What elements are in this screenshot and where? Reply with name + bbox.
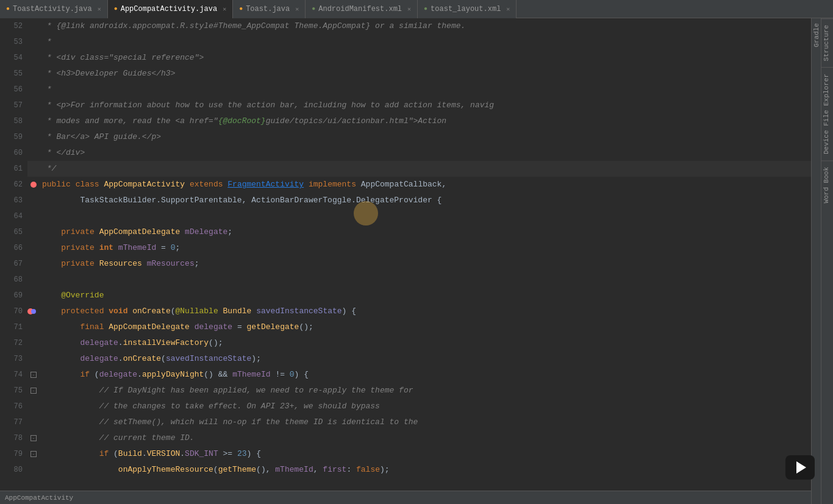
line-number-78: 78	[0, 430, 27, 446]
fold-icon-79[interactable]: -	[30, 451, 37, 457]
device-file-explorer-label[interactable]: Device File Explorer	[821, 67, 833, 160]
breakpoint-62[interactable]	[30, 182, 37, 188]
line-content-77: // setTheme(), which will no-op if the t…	[40, 414, 821, 430]
line-number-75: 75	[0, 383, 27, 399]
line-number-69: 69	[0, 288, 27, 303]
gradle-panel: Gradle	[811, 18, 821, 504]
editor-container: 52 * {@link androidx.appcompat.R.style#T…	[0, 18, 833, 504]
structure-panel-label[interactable]: Structure	[821, 18, 833, 67]
line-73: 73 delegate.onCreate(savedInstanceState)…	[0, 351, 821, 367]
line-number-59: 59	[0, 129, 27, 145]
line-number-65: 65	[0, 224, 27, 240]
fold-icon-78[interactable]: -	[30, 435, 37, 441]
tab-toast-layout-label: toast_layout.xml	[431, 5, 501, 13]
line-content-74: if (delegate.applyDayNight() && mThemeId…	[40, 367, 821, 383]
tab-close-icon-5[interactable]: ✕	[506, 5, 510, 13]
line-77: 77 // setTheme(), which will no-op if th…	[0, 414, 821, 430]
line-71: 71 final AppCompatDelegate delegate = ge…	[0, 319, 821, 335]
line-63: 63 TaskStackBuilder.SupportParentable, A…	[0, 193, 821, 208]
line-68: 68	[0, 272, 821, 288]
gradle-label[interactable]: Gradle	[812, 18, 821, 52]
tab-xml-icon-2: ●	[424, 5, 427, 12]
line-content-59: * Bar</a> API guide.</p>	[40, 129, 821, 145]
tab-toast-activity-label: ToastActivity.java	[13, 5, 92, 13]
code-area[interactable]: 52 * {@link androidx.appcompat.R.style#T…	[0, 18, 821, 504]
yt-play-icon	[796, 461, 806, 474]
line-number-71: 71	[0, 319, 27, 335]
tab-toast-activity[interactable]: ● ToastActivity.java ✕	[0, 0, 108, 18]
tab-close-icon-4[interactable]: ✕	[407, 5, 411, 13]
line-number-63: 63	[0, 193, 27, 208]
yt-icon-button[interactable]	[785, 455, 815, 480]
gutter-79: -	[27, 451, 40, 457]
tab-close-icon[interactable]: ✕	[98, 5, 101, 13]
tab-java-icon: ●	[6, 5, 10, 12]
line-76: 76 // the changes to take effect. On API…	[0, 399, 821, 414]
line-59: 59 * Bar</a> API guide.</p>	[0, 129, 821, 145]
line-content-71: final AppCompatDelegate delegate = getDe…	[40, 319, 821, 335]
line-content-53: *	[40, 34, 821, 50]
line-number-76: 76	[0, 399, 27, 414]
line-content-58: * modes and more, read the <a href="{@do…	[40, 113, 821, 129]
line-content-67: private Resources mResources;	[40, 256, 821, 272]
line-number-72: 72	[0, 335, 27, 351]
line-number-62: 62	[0, 177, 27, 193]
line-72: 72 delegate.installViewFactory();	[0, 335, 821, 351]
tab-android-manifest[interactable]: ● AndroidManifest.xml ✕	[306, 0, 418, 18]
tab-java-icon-3: ●	[239, 5, 243, 12]
fold-icon-74[interactable]: -	[30, 372, 37, 378]
tab-appcompat-activity-label: AppCompatActivity.java	[121, 5, 217, 13]
tab-close-icon-2[interactable]: ✕	[223, 5, 226, 13]
gutter-75: -	[27, 388, 40, 394]
line-content-70: protected void onCreate(@Nullable Bundle…	[40, 303, 821, 319]
line-number-61: 61	[0, 161, 27, 177]
line-53: 53 *	[0, 34, 821, 50]
line-content-63: TaskStackBuilder.SupportParentable, Acti…	[40, 193, 821, 208]
line-content-76: // the changes to take effect. On API 23…	[40, 399, 821, 414]
tab-bar: ● ToastActivity.java ✕ ● AppCompatActivi…	[0, 0, 833, 18]
line-66: 66 private int mThemeId = 0;	[0, 240, 821, 256]
line-number-55: 55	[0, 66, 27, 82]
line-content-80: onApplyThemeResource(getTheme(), mThemeI…	[40, 462, 821, 478]
line-content-65: private AppCompatDelegate mDelegate;	[40, 224, 821, 240]
line-number-58: 58	[0, 113, 27, 129]
line-69: 69 @Override	[0, 288, 821, 303]
line-75: 75 - // If DayNight has been applied, we…	[0, 383, 821, 399]
tab-close-icon-3[interactable]: ✕	[295, 5, 299, 13]
line-number-77: 77	[0, 414, 27, 430]
line-content-66: private int mThemeId = 0;	[40, 240, 821, 256]
line-content-64	[40, 208, 821, 224]
tab-java-icon-2: ●	[114, 5, 118, 12]
line-number-52: 52	[0, 18, 27, 34]
word-book-label[interactable]: Word Book	[821, 160, 833, 209]
status-class-name: AppCompatActivity	[5, 494, 73, 502]
line-content-52: * {@link androidx.appcompat.R.style#Them…	[40, 18, 821, 34]
line-74: 74 - if (delegate.applyDayNight() && mTh…	[0, 367, 821, 383]
line-67: 67 private Resources mResources;	[0, 256, 821, 272]
line-58: 58 * modes and more, read the <a href="{…	[0, 113, 821, 129]
line-number-74: 74	[0, 367, 27, 383]
line-content-69: @Override	[40, 288, 821, 303]
fold-icon-75[interactable]: -	[30, 388, 37, 394]
right-side-panels: Structure Device File Explorer Word Book	[821, 18, 833, 504]
tab-appcompat-activity[interactable]: ● AppCompatActivity.java ✕	[108, 0, 233, 18]
line-content-54: * <div class="special reference">	[40, 50, 821, 66]
line-70: 70 protected void onCreate(@Nullable Bun…	[0, 303, 821, 319]
line-content-68	[40, 272, 821, 288]
line-78: 78 - // current theme ID.	[0, 430, 821, 446]
code-lines: 52 * {@link androidx.appcompat.R.style#T…	[0, 18, 821, 478]
tab-toast-layout[interactable]: ● toast_layout.xml ✕	[418, 0, 517, 18]
line-number-64: 64	[0, 208, 27, 224]
line-56: 56 *	[0, 82, 821, 98]
line-content-60: * </div>	[40, 145, 821, 161]
line-60: 60 * </div>	[0, 145, 821, 161]
line-number-54: 54	[0, 50, 27, 66]
line-79: 79 - if (Build.VERSION.SDK_INT >= 23) {	[0, 446, 821, 462]
breakpoint-70b[interactable]	[31, 309, 36, 314]
tab-toast[interactable]: ● Toast.java ✕	[233, 0, 306, 18]
line-number-56: 56	[0, 82, 27, 98]
line-number-80: 80	[0, 462, 27, 478]
tab-xml-icon: ●	[312, 5, 315, 12]
line-57: 57 * <p>For information about how to use…	[0, 98, 821, 113]
line-80: 80 onApplyThemeResource(getTheme(), mThe…	[0, 462, 821, 478]
